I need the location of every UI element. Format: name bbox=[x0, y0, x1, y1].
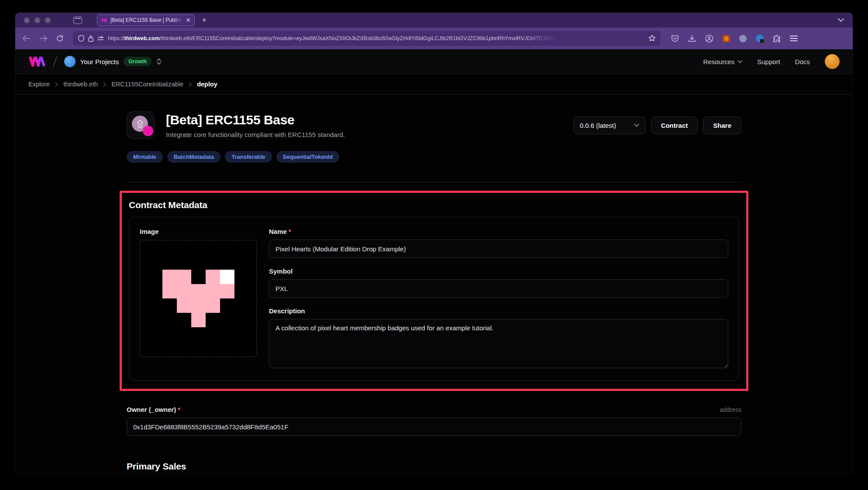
breadcrumb-deploy: deploy bbox=[197, 81, 217, 88]
description-label: Description bbox=[269, 307, 728, 315]
chevron-down-icon bbox=[634, 123, 639, 127]
firefox-view-icon[interactable] bbox=[73, 17, 82, 24]
contract-button[interactable]: Contract bbox=[651, 117, 698, 134]
breadcrumb-separator-icon bbox=[55, 82, 58, 87]
reload-icon[interactable] bbox=[56, 35, 63, 42]
share-button[interactable]: Share bbox=[703, 117, 741, 134]
symbol-label: Symbol bbox=[269, 267, 728, 275]
url-text: https://thirdweb.com/thirdweb.eth/ERC115… bbox=[108, 35, 559, 41]
tag-batchmetadata[interactable]: BatchMetadata bbox=[167, 151, 220, 163]
required-marker: * bbox=[289, 228, 291, 235]
download-icon[interactable] bbox=[688, 35, 696, 42]
extensions-puzzle-icon[interactable] bbox=[773, 34, 781, 42]
owner-input[interactable] bbox=[127, 418, 741, 436]
browser-window: [Beta] ERC1155 Base | Publishe ✕ + bbox=[15, 12, 853, 474]
user-avatar[interactable] bbox=[825, 54, 840, 69]
lock-icon[interactable] bbox=[88, 35, 93, 42]
image-dropzone[interactable] bbox=[140, 240, 257, 357]
owner-field-block: Owner (_owner)* address bbox=[127, 406, 741, 436]
required-marker: * bbox=[178, 406, 180, 413]
extension-wallet-icon[interactable] bbox=[739, 35, 747, 42]
pixel-heart-image bbox=[162, 270, 234, 327]
contract-metadata-highlight: Contract Metadata Image Name* Symbol bbox=[120, 191, 748, 391]
version-select[interactable]: 0.0.6 (latest) bbox=[573, 117, 646, 134]
forward-icon[interactable] bbox=[39, 35, 48, 41]
shield-icon[interactable] bbox=[78, 35, 84, 42]
browser-tab-bar: [Beta] ERC1155 Base | Publishe ✕ + bbox=[15, 13, 853, 27]
thirdweb-favicon bbox=[101, 18, 107, 23]
tab-close-icon[interactable]: ✕ bbox=[186, 17, 191, 23]
tag-mintable[interactable]: Mintable bbox=[127, 151, 163, 163]
beta-dot bbox=[143, 126, 153, 136]
browser-toolbar: https://thirdweb.com/thirdweb.eth/ERC115… bbox=[15, 27, 853, 49]
bookmark-star-icon[interactable] bbox=[648, 34, 656, 42]
nav-resources[interactable]: Resources bbox=[703, 58, 743, 65]
project-name: Your Projects bbox=[80, 58, 119, 65]
page: Your Projects Growth Resources Support D… bbox=[15, 49, 853, 474]
thirdweb-logo[interactable] bbox=[28, 56, 46, 67]
contract-metadata-heading: Contract Metadata bbox=[129, 200, 739, 210]
extension-tags: Mintable BatchMetadata Transferable Sequ… bbox=[127, 151, 741, 163]
breadcrumb-separator-icon bbox=[189, 82, 192, 87]
contract-metadata-card: Image Name* Symbol Description A collect… bbox=[129, 217, 739, 381]
breadcrumb-separator-icon bbox=[103, 82, 106, 87]
owner-label: Owner (_owner)* bbox=[127, 406, 180, 413]
tag-transferable[interactable]: Transferable bbox=[225, 151, 272, 163]
section-divider bbox=[127, 182, 741, 182]
window-minimize-button[interactable] bbox=[34, 17, 40, 23]
nav-support[interactable]: Support bbox=[757, 58, 780, 65]
select-chevrons-icon bbox=[156, 58, 162, 65]
window-controls bbox=[24, 17, 51, 23]
list-tabs-chevron-icon[interactable] bbox=[838, 18, 844, 22]
name-label: Name* bbox=[269, 228, 728, 235]
slash-divider bbox=[53, 56, 57, 67]
back-icon[interactable] bbox=[22, 35, 31, 41]
project-avatar bbox=[64, 56, 76, 67]
site-header: Your Projects Growth Resources Support D… bbox=[15, 49, 853, 74]
nav-docs[interactable]: Docs bbox=[795, 58, 810, 65]
tag-sequentialtokenid[interactable]: SequentialTokenId bbox=[276, 151, 340, 163]
window-zoom-button[interactable] bbox=[45, 17, 51, 23]
symbol-input[interactable] bbox=[269, 279, 728, 298]
url-bar[interactable]: https://thirdweb.com/thirdweb.eth/ERC115… bbox=[73, 31, 661, 46]
name-input[interactable] bbox=[269, 240, 728, 258]
pocket-icon[interactable] bbox=[671, 35, 679, 42]
project-switcher[interactable]: Your Projects Growth bbox=[64, 56, 162, 67]
primary-sales-section: Primary Sales Recipient Address* bbox=[127, 461, 741, 474]
image-label: Image bbox=[140, 228, 257, 235]
diamond-layers-icon bbox=[136, 119, 145, 129]
content-area: [Beta] ERC1155 Base Integrate core funct… bbox=[15, 95, 853, 474]
page-subtitle: Integrate core functionality compliant w… bbox=[166, 131, 345, 138]
chevron-down-icon bbox=[737, 60, 742, 63]
plan-badge: Growth bbox=[124, 57, 152, 66]
extension-privacy-icon[interactable] bbox=[756, 34, 764, 42]
extension-metamask-icon[interactable] bbox=[723, 35, 730, 42]
primary-sales-heading: Primary Sales bbox=[127, 461, 741, 472]
window-close-button[interactable] bbox=[24, 17, 30, 23]
breadcrumb-contract[interactable]: ERC1155CoreInitializable bbox=[111, 81, 183, 88]
description-textarea[interactable]: A collection of pixel heart membership b… bbox=[269, 319, 728, 368]
account-icon[interactable] bbox=[705, 34, 713, 43]
breadcrumb-publisher[interactable]: thirdweb.eth bbox=[63, 81, 98, 88]
browser-tab[interactable]: [Beta] ERC1155 Base | Publishe ✕ bbox=[97, 14, 195, 26]
breadcrumb-explore[interactable]: Explore bbox=[28, 81, 50, 88]
new-tab-button[interactable]: + bbox=[202, 15, 207, 25]
page-title: [Beta] ERC1155 Base bbox=[166, 113, 345, 127]
tab-title: [Beta] ERC1155 Base | Publishe bbox=[110, 17, 183, 23]
contract-publisher-icon bbox=[127, 111, 155, 139]
permissions-icon[interactable] bbox=[97, 36, 104, 41]
menu-icon[interactable] bbox=[790, 35, 798, 41]
breadcrumb: Explore thirdweb.eth ERC1155CoreInitiali… bbox=[15, 74, 853, 95]
owner-type-hint: address bbox=[720, 406, 741, 413]
